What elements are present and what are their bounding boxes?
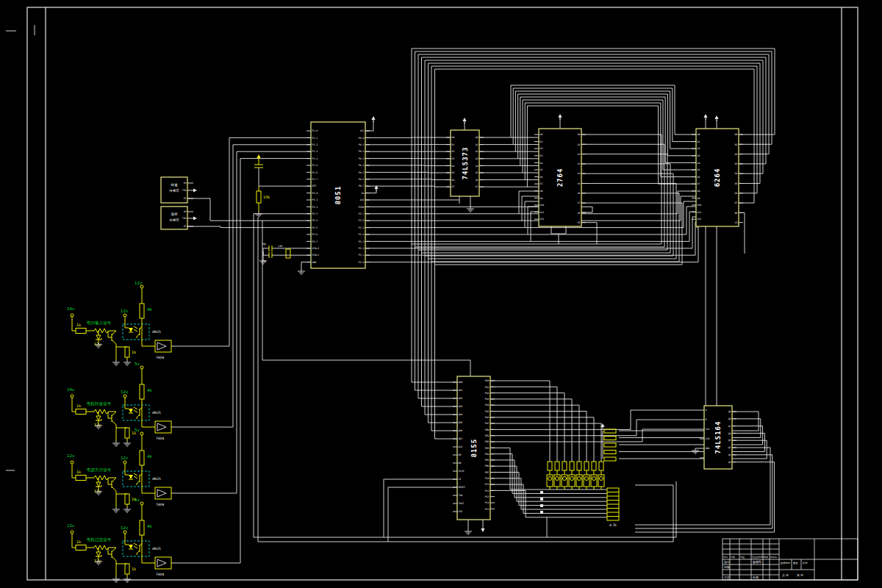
pin-label: EA bbox=[362, 192, 365, 195]
chip-6264: 6264A0A1A2A3A4A5A6A7A8A9A10A11A12D0D1D2D… bbox=[692, 129, 743, 226]
connector-text: 传感器 bbox=[168, 218, 179, 222]
pin-label: QB bbox=[728, 417, 731, 420]
pin-label: A7 bbox=[540, 182, 543, 185]
pin-label: PB3 bbox=[485, 447, 490, 450]
title-block-cell: 工艺 bbox=[724, 576, 730, 579]
pin-label: PB1 bbox=[485, 434, 490, 437]
pin-label: D4 bbox=[452, 165, 455, 168]
pin-label: P1.3 bbox=[312, 150, 318, 153]
pin-label: P1.1 bbox=[312, 137, 318, 140]
arrow-head bbox=[371, 116, 375, 120]
pin-label: A4 bbox=[698, 162, 700, 165]
wire bbox=[125, 464, 129, 475]
pin-label: D2 bbox=[452, 150, 455, 153]
resistor bbox=[604, 457, 616, 461]
vcc-arrow-icon bbox=[257, 154, 260, 160]
opto-label: 4N25 bbox=[152, 330, 161, 334]
schematic-canvas: 8051P1.0P1.1P1.2P1.3P1.4P1.5P1.6P1.7RSTP… bbox=[0, 0, 882, 588]
wire bbox=[365, 212, 539, 241]
inverter-triangle bbox=[157, 423, 166, 431]
pin-label: D2 bbox=[735, 153, 738, 156]
vcc-arrow-icon bbox=[558, 114, 562, 120]
wire bbox=[108, 548, 112, 554]
pin-label: A9 bbox=[698, 197, 700, 200]
title-block-cell: 第 张 bbox=[797, 573, 803, 577]
wire bbox=[739, 212, 745, 254]
outer-border bbox=[27, 7, 858, 580]
pin-label: AD1 bbox=[459, 389, 463, 392]
pin-label: QC bbox=[728, 425, 731, 428]
sensor-connector: 温度传感器VHTINOT bbox=[161, 207, 197, 229]
pin-label: P2.2 bbox=[359, 247, 365, 250]
terminal-circle bbox=[123, 314, 126, 317]
light-arrow-icon bbox=[134, 476, 137, 478]
pin-label: AD7 bbox=[459, 437, 463, 440]
resistor bbox=[570, 462, 574, 470]
pin-label: QD bbox=[728, 432, 731, 435]
wire bbox=[187, 198, 311, 220]
optocoupler-box bbox=[123, 405, 149, 420]
resistor-label: 1k bbox=[132, 350, 136, 354]
chip-2764: 2764A0A1A2A3A4A5A6A7A8A9A10A11A12O0O1O2O… bbox=[534, 129, 586, 226]
vcc-arrow-icon bbox=[714, 115, 718, 121]
pin-label: VH bbox=[184, 182, 187, 184]
pin-label: D4 bbox=[735, 172, 738, 175]
title-block-cell: 批准 bbox=[753, 576, 759, 579]
resistor-label: 1k bbox=[76, 323, 81, 327]
wire bbox=[108, 478, 112, 484]
analog-input-circuit: 12v1k电机过流信号12v1k4N2512v5v4k7404 bbox=[67, 498, 171, 582]
inverter-label: 7404 bbox=[156, 356, 165, 359]
resistor bbox=[584, 462, 589, 470]
wire bbox=[171, 159, 311, 563]
pullup-supply-label: 12v bbox=[135, 281, 143, 285]
zener-label: 12v bbox=[94, 342, 101, 346]
light-arrow-icon bbox=[134, 407, 137, 409]
wire bbox=[259, 168, 311, 186]
pin-label: Q4 bbox=[476, 165, 478, 168]
wire bbox=[365, 190, 376, 193]
opto-label: 4N25 bbox=[152, 547, 161, 551]
wire bbox=[112, 487, 116, 507]
pin-label: PA3 bbox=[485, 398, 490, 401]
pin-label: Q6 bbox=[476, 179, 478, 182]
arrow-head bbox=[462, 118, 466, 121]
opto-supply-label: 12v bbox=[121, 390, 129, 394]
pin-label: A0 bbox=[540, 133, 543, 136]
resistor-zigzag bbox=[94, 409, 109, 414]
pin-label: D7 bbox=[452, 185, 455, 188]
pin-label: PB2 bbox=[485, 440, 490, 443]
title-block-cell: 分区 bbox=[740, 556, 745, 559]
crystal bbox=[286, 249, 290, 258]
chip-name: 74LS164 bbox=[714, 421, 722, 454]
pin-label: P0.6 bbox=[359, 178, 365, 181]
pin-label: PB5 bbox=[485, 459, 490, 462]
tie-point bbox=[540, 511, 543, 514]
wire bbox=[490, 387, 557, 462]
wire bbox=[137, 334, 140, 338]
zener-diode bbox=[96, 335, 101, 340]
wire bbox=[112, 556, 116, 577]
pin-label: PC4 bbox=[485, 501, 490, 504]
vcc-arrow-icon bbox=[462, 118, 466, 123]
resistor-label: 1k bbox=[76, 470, 81, 474]
pin-label: TIN bbox=[182, 189, 187, 192]
analog-input-circuit: 24v1k电压输入信号12v1k4N2512v12v4k7404 bbox=[67, 281, 171, 365]
pin-label: D1 bbox=[452, 143, 455, 146]
pin-label: ALE bbox=[459, 445, 463, 448]
pin-label: D3 bbox=[452, 157, 455, 160]
pin-label: P3.6 bbox=[312, 233, 318, 236]
crystal-label: 12M bbox=[278, 245, 282, 248]
pin-label: RD bbox=[459, 453, 462, 456]
pin-label: P0.2 bbox=[359, 150, 365, 153]
wire bbox=[490, 405, 579, 462]
supply-label: 12v bbox=[67, 523, 75, 528]
pin-label: D0 bbox=[452, 136, 455, 139]
pin-label: PB6 bbox=[485, 465, 490, 467]
chip-name: 8051 bbox=[334, 186, 342, 205]
pin-label: CS bbox=[735, 221, 738, 224]
arrow-head bbox=[257, 154, 260, 158]
wire bbox=[263, 248, 269, 255]
pin-label: A10 bbox=[540, 204, 545, 207]
connector-text: 传感器 bbox=[168, 189, 179, 193]
led-dot bbox=[556, 477, 559, 481]
